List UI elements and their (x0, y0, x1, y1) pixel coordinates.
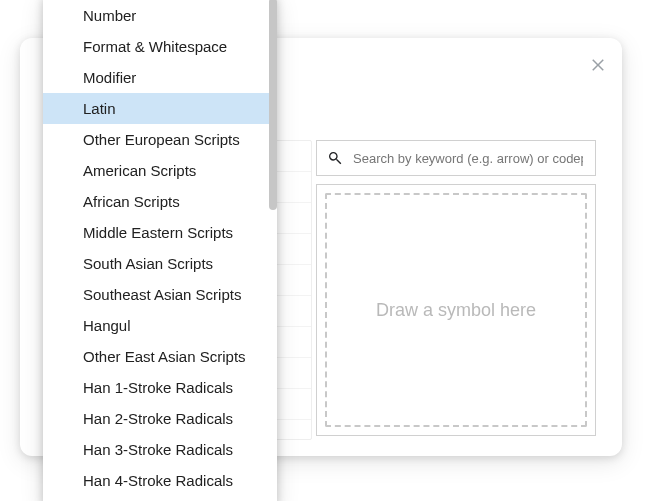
category-item[interactable]: Number (43, 0, 277, 31)
category-item[interactable]: Han 2-Stroke Radicals (43, 403, 277, 434)
category-dropdown-list[interactable]: NumberFormat & WhitespaceModifierLatinOt… (43, 0, 277, 501)
category-item[interactable]: Middle Eastern Scripts (43, 217, 277, 248)
dropdown-scrollbar-thumb[interactable] (269, 0, 277, 210)
category-item[interactable]: Han 1-Stroke Radicals (43, 372, 277, 403)
category-item[interactable]: Latin (43, 93, 277, 124)
category-item[interactable]: Format & Whitespace (43, 31, 277, 62)
category-item[interactable]: Other East Asian Scripts (43, 341, 277, 372)
draw-area[interactable]: Draw a symbol here (316, 184, 596, 436)
category-item[interactable]: Han 3-Stroke Radicals (43, 434, 277, 465)
category-item[interactable]: Southeast Asian Scripts (43, 279, 277, 310)
close-button[interactable] (586, 52, 610, 76)
category-item[interactable]: Han 4-Stroke Radicals (43, 465, 277, 496)
search-field[interactable] (316, 140, 596, 176)
close-icon (589, 55, 607, 73)
category-item[interactable]: Other European Scripts (43, 124, 277, 155)
category-item[interactable]: South Asian Scripts (43, 248, 277, 279)
category-item[interactable]: American Scripts (43, 155, 277, 186)
search-icon (327, 150, 343, 166)
draw-area-inner: Draw a symbol here (325, 193, 587, 427)
dropdown-scrollbar[interactable] (269, 0, 277, 368)
category-item[interactable]: Modifier (43, 62, 277, 93)
search-input[interactable] (351, 150, 585, 167)
category-item[interactable]: Hangul (43, 310, 277, 341)
category-dropdown-scroll: NumberFormat & WhitespaceModifierLatinOt… (43, 0, 277, 501)
draw-area-placeholder: Draw a symbol here (376, 300, 536, 321)
category-item[interactable]: African Scripts (43, 186, 277, 217)
